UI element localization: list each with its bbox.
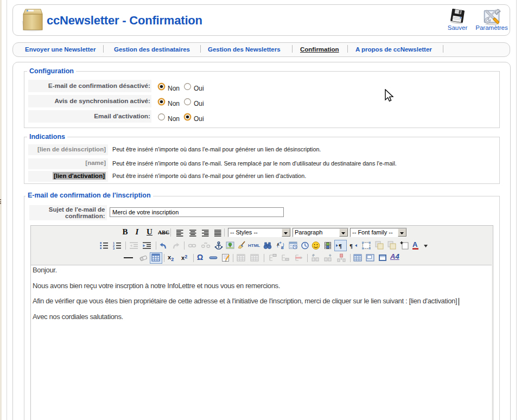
svg-text:¶: ¶ — [350, 243, 353, 249]
svg-text:B: B — [281, 246, 284, 250]
svg-text:A: A — [277, 243, 279, 246]
svg-text:¶: ¶ — [339, 243, 342, 249]
svg-text:3: 3 — [113, 247, 115, 250]
